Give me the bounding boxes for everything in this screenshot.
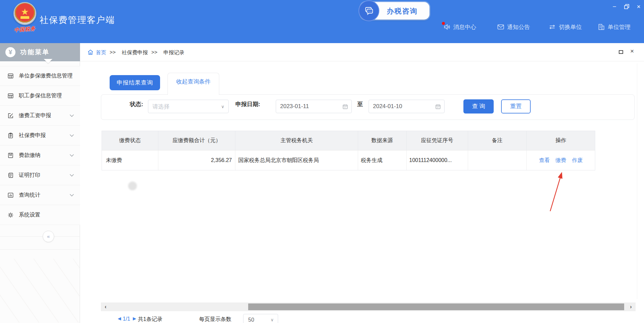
page-size-value: 50 xyxy=(248,317,254,323)
cell-amount: 2,356.27 xyxy=(158,150,236,170)
search-button[interactable]: 查 询 xyxy=(463,99,494,114)
sidebar-item-unit-insurance-info[interactable]: 单位参保缴费信息管理 xyxy=(0,66,80,86)
header-menu-message-center[interactable]: 消息中心 xyxy=(443,22,476,32)
tax-consult-button[interactable]: 办税咨询 xyxy=(361,2,429,20)
switch-arrows-icon xyxy=(548,23,556,31)
breadcrumb-level3: 申报记录 xyxy=(163,49,184,56)
column-header: 数据来源 xyxy=(358,131,407,150)
notebook-icon xyxy=(7,172,14,179)
emblem-gate-icon xyxy=(21,16,29,19)
sidebar-divider xyxy=(0,236,80,237)
chevron-down-icon xyxy=(70,194,74,197)
sidebar-watermark xyxy=(0,259,80,323)
header-menu-notices[interactable]: 通知公告 xyxy=(497,22,530,32)
pay-link[interactable]: 缴费 xyxy=(556,157,566,164)
chevron-down-icon xyxy=(70,154,74,157)
date-from-input[interactable]: 2023-01-11 xyxy=(276,100,352,113)
speaker-icon xyxy=(443,23,451,31)
yen-icon: ¥ xyxy=(5,47,15,57)
table-icon xyxy=(7,92,14,99)
cell-data-source: 税务生成 xyxy=(358,150,407,170)
status-select[interactable]: 请选择 ∨ xyxy=(148,100,229,113)
breadcrumb-home[interactable]: 首页 xyxy=(96,49,106,56)
book-icon xyxy=(7,152,14,159)
sidebar-item-employee-insurance-info[interactable]: 职工参保信息管理 xyxy=(0,86,80,106)
cell-payment-status: 未缴费 xyxy=(102,150,158,170)
sidebar-item-label: 费款缴纳 xyxy=(19,152,40,159)
emblem-star-icon: ★ xyxy=(21,7,29,16)
calendar-icon xyxy=(342,104,348,109)
date-to-label: 至 xyxy=(357,100,363,108)
cell-actions: 查看 缴费 作废 xyxy=(527,150,595,170)
header-menu-label: 单位管理 xyxy=(608,23,631,31)
window-minimize-button[interactable]: − xyxy=(610,3,619,11)
chevron-down-icon: ∨ xyxy=(270,317,274,322)
tax-consult-label: 办税咨询 xyxy=(387,6,418,16)
reset-button[interactable]: 重置 xyxy=(501,99,531,114)
clipboard-icon xyxy=(7,132,14,139)
app-window: ★ 中国税务 社保费管理客户端 办税咨询 消息 xyxy=(0,0,644,323)
sidebar-item-query-statistics[interactable]: 查询统计 xyxy=(0,185,80,205)
column-header: 缴费状态 xyxy=(102,131,158,150)
cell-tax-authority: 国家税务总局北京市朝阳区税务局 xyxy=(235,150,358,170)
sidebar-header: ¥ 功能菜单 xyxy=(0,43,80,61)
prev-page-icon[interactable]: ◀ xyxy=(118,316,121,321)
sidebar-item-salary-declaration[interactable]: 缴费工资申报 xyxy=(0,106,80,126)
top-header-bar: ★ 中国税务 社保费管理客户端 办税咨询 消息 xyxy=(0,0,644,43)
page-indicator: 1/1 xyxy=(123,316,130,322)
panel-maximize-icon[interactable] xyxy=(619,50,623,54)
sidebar-item-fee-payment[interactable]: 费款缴纳 xyxy=(0,146,80,165)
sidebar-item-social-fee-declaration[interactable]: 社保费申报 xyxy=(0,126,80,146)
sidebar-item-system-settings[interactable]: 系统设置 xyxy=(0,205,80,225)
app-title: 社保费管理客户端 xyxy=(40,14,115,26)
view-link[interactable]: 查看 xyxy=(539,157,550,164)
breadcrumb: 首页 >> 社保费申报 >> 申报记录 × xyxy=(80,43,644,61)
horizontal-scrollbar[interactable]: ‹ › xyxy=(101,302,636,311)
date-to-value: 2024-01-10 xyxy=(373,103,402,110)
page-size-select[interactable]: 50 ∨ xyxy=(243,314,278,323)
panel-close-icon[interactable]: × xyxy=(630,47,634,55)
tax-emblem-logo: ★ xyxy=(13,2,36,25)
date-to-input[interactable]: 2024-01-10 xyxy=(369,100,445,113)
collapse-sidebar-button[interactable]: « xyxy=(43,231,54,242)
scrollbar-thumb[interactable] xyxy=(248,303,624,310)
next-page-icon[interactable]: ▶ xyxy=(133,316,136,321)
sidebar-menu: 单位参保缴费信息管理 职工参保信息管理 缴费工资申报 xyxy=(0,66,80,225)
breadcrumb-separator: >> xyxy=(110,49,116,55)
table-row: 未缴费 2,356.27 国家税务总局北京市朝阳区税务局 税务生成 100111… xyxy=(102,150,595,170)
window-restore-button[interactable] xyxy=(622,3,631,11)
date-from-value: 2023-01-11 xyxy=(280,103,309,110)
status-select-value: 请选择 xyxy=(152,103,169,110)
chevron-down-icon xyxy=(70,134,74,137)
panel-right-border xyxy=(637,63,637,299)
declaration-records-table: 缴费状态 应缴费额合计（元） 主管税务机关 数据来源 应征凭证序号 备注 操作 … xyxy=(102,131,595,170)
sidebar: ¥ 功能菜单 单位参保缴费信息管理 职工参保信息管理 缴费工资申 xyxy=(0,43,80,323)
column-header: 操作 xyxy=(527,131,595,150)
cell-voucher-no: 1001112400000... xyxy=(407,150,468,170)
status-label: 状态: xyxy=(130,100,143,108)
scroll-right-icon[interactable]: › xyxy=(628,303,634,310)
chart-icon xyxy=(7,192,14,198)
tab-collapse-query-conditions[interactable]: 收起查询条件 xyxy=(167,73,219,95)
sidebar-title: 功能菜单 xyxy=(20,48,50,57)
sidebar-item-label: 系统设置 xyxy=(19,212,40,219)
gear-icon xyxy=(7,212,14,218)
main-content: 首页 >> 社保费申报 >> 申报记录 × 申报结果查询 收起查询条件 状态: … xyxy=(80,43,644,323)
sidebar-item-certificate-printing[interactable]: 证明打印 xyxy=(0,165,80,185)
sidebar-divider xyxy=(0,249,80,250)
table-header-row: 缴费状态 应缴费额合计（元） 主管税务机关 数据来源 应征凭证序号 备注 操作 xyxy=(102,131,595,150)
tab-declaration-result-query[interactable]: 申报结果查询 xyxy=(110,75,160,90)
void-link[interactable]: 作废 xyxy=(572,157,583,164)
annotation-arrow xyxy=(544,168,571,213)
chevron-down-icon xyxy=(70,174,74,177)
page-size-label: 每页显示条数 xyxy=(199,316,231,323)
scroll-left-icon[interactable]: ‹ xyxy=(102,303,109,310)
cell-remark xyxy=(468,150,527,170)
total-records: 共1条记录 xyxy=(138,316,162,323)
header-menu-switch-company[interactable]: 切换单位 xyxy=(548,22,582,32)
sidebar-item-label: 单位参保缴费信息管理 xyxy=(19,72,73,79)
home-icon xyxy=(87,49,94,56)
window-close-button[interactable]: × xyxy=(634,3,643,11)
declare-date-label: 申报日期: xyxy=(235,100,260,108)
header-menu-company-management[interactable]: 单位管理 xyxy=(598,22,631,32)
